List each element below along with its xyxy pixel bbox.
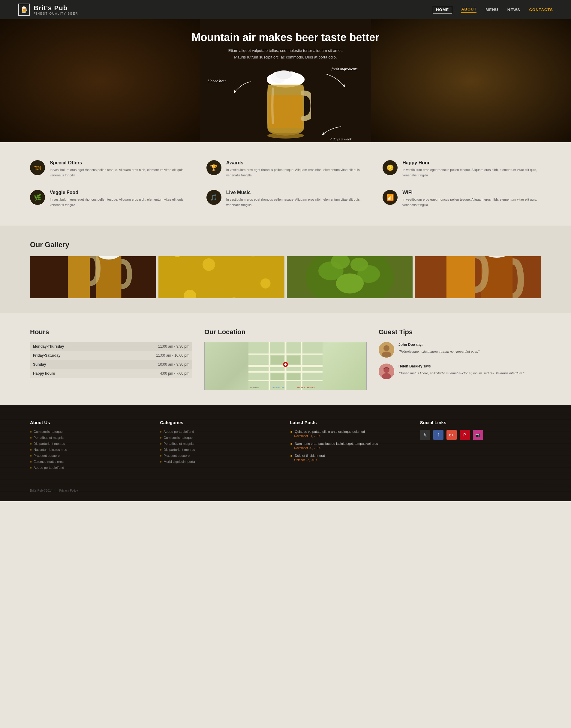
tip-2-content: Helen Barkley says "Donec metus libero, … bbox=[398, 364, 524, 376]
post-3-title[interactable]: ◈ Duis et tincidunt erat bbox=[290, 454, 411, 458]
logo-icon: 🍺 bbox=[18, 4, 30, 16]
footer-posts: Latest Posts ◈ Quisque vulputate elit in… bbox=[290, 420, 411, 472]
happy-hour-icon: 😊 bbox=[382, 160, 397, 175]
list-item[interactable]: Penatibus et magnis bbox=[30, 436, 151, 440]
privacy-policy-link[interactable]: Privacy Policy bbox=[59, 489, 78, 492]
feature-happy-hour: 😊 Happy Hour In vestibulum eros eget rho… bbox=[382, 160, 541, 178]
twitter-button[interactable]: 𝕏 bbox=[420, 430, 430, 440]
feature-awards: 🏆 Awards In vestibulum eros eget rhoncus… bbox=[207, 160, 365, 178]
veggie-food-content: Veggie Food In vestibulum eros eget rhon… bbox=[50, 190, 189, 208]
table-row: Sunday 10:00 am - 9:30 pm bbox=[30, 360, 192, 369]
footer-social-title: Social Links bbox=[420, 420, 541, 425]
list-item[interactable]: Cum sociis natoque bbox=[30, 430, 151, 434]
tip-1-content: John Doe says "Pellentesque nulla magna,… bbox=[398, 342, 479, 354]
arrow-blonde bbox=[230, 80, 254, 95]
wifi-content: WiFi In vestibulum eros eget rhoncus pel… bbox=[403, 190, 541, 208]
svg-point-48 bbox=[383, 345, 389, 351]
list-item[interactable]: Praesent posuere bbox=[160, 454, 281, 458]
john-avatar-svg bbox=[379, 342, 394, 358]
nav-about[interactable]: ABOUT bbox=[461, 7, 476, 13]
site-subtitle: Finest Quality Beer bbox=[34, 12, 78, 15]
hero-subtitle: Etiam aliquet vulputate tellus, sed mole… bbox=[228, 47, 343, 60]
nav-menu[interactable]: MENU bbox=[485, 7, 498, 12]
feature-veggie-food: 🌿 Veggie Food In vestibulum eros eget rh… bbox=[30, 190, 189, 208]
svg-point-3 bbox=[276, 70, 292, 79]
annotation-fresh: fresh ingredients bbox=[332, 67, 358, 72]
svg-point-4 bbox=[267, 133, 304, 138]
arrow-days bbox=[322, 125, 343, 137]
svg-rect-38 bbox=[271, 356, 284, 365]
svg-point-12 bbox=[203, 258, 215, 271]
google-plus-button[interactable]: g+ bbox=[447, 430, 457, 440]
hero-content: Mountain air makes beer taste better Eti… bbox=[0, 19, 571, 142]
list-item[interactable]: Penatibus et magnis bbox=[160, 442, 281, 446]
header: 🍺 Brit's Pub Finest Quality Beer HOME AB… bbox=[0, 0, 571, 19]
footer-categories: Categories Aeque porta eleifend Cum soci… bbox=[160, 420, 281, 472]
gallery-item-2[interactable] bbox=[158, 256, 284, 298]
hours-widget: Hours Monday-Thursday 11:00 am - 9:30 pm… bbox=[30, 328, 192, 390]
facebook-button[interactable]: f bbox=[433, 430, 444, 440]
arrow-fresh bbox=[325, 73, 349, 88]
wifi-icon: 📶 bbox=[382, 190, 397, 205]
svg-rect-6 bbox=[68, 256, 90, 298]
list-item[interactable]: Nascetur ridiculus mus bbox=[30, 448, 151, 452]
post-3-date: October 22, 2014 bbox=[294, 458, 411, 462]
list-item[interactable]: Euismod mattis eros bbox=[30, 460, 151, 463]
footer-categories-list: Aeque porta eleifend Cum sociis natoque … bbox=[160, 430, 281, 463]
gallery-beer1-svg bbox=[30, 256, 156, 298]
post-1-title[interactable]: ◈ Quisque vulputate elit in ante scelequ… bbox=[290, 430, 411, 434]
pinterest-button[interactable]: P bbox=[460, 430, 470, 440]
annotation-blonde: blonde beer bbox=[208, 79, 226, 83]
annotation-days: 7 days a week bbox=[330, 137, 352, 142]
list-item[interactable]: Praesent posuere bbox=[30, 454, 151, 458]
main-nav: HOME ABOUT MENU NEWS CONTACTS bbox=[433, 6, 553, 13]
gallery-hops-svg bbox=[287, 256, 413, 298]
list-item[interactable]: Dis parturient montes bbox=[30, 442, 151, 446]
list-item[interactable]: Morbi dignissim porta bbox=[160, 460, 281, 463]
feature-wifi: 📶 WiFi In vestibulum eros eget rhoncus p… bbox=[382, 190, 541, 208]
table-row: Monday-Thursday 11:00 am - 9:30 pm bbox=[30, 342, 192, 351]
nav-home[interactable]: HOME bbox=[433, 6, 452, 13]
logo-area: 🍺 Brit's Pub Finest Quality Beer bbox=[18, 4, 78, 16]
nav-news[interactable]: NEWS bbox=[507, 7, 520, 12]
special-offers-content: Special Offers In vestibulum eros eget r… bbox=[50, 160, 189, 178]
footer: About Us Cum sociis natoque Penatibus et… bbox=[0, 405, 571, 501]
svg-rect-40 bbox=[271, 373, 284, 380]
footer-brand: Brit's Pub ©2014 bbox=[30, 489, 52, 492]
footer-about: About Us Cum sociis natoque Penatibus et… bbox=[30, 420, 151, 472]
svg-rect-26 bbox=[447, 256, 475, 298]
svg-text:Map Data: Map Data bbox=[250, 386, 259, 389]
happy-hour-content: Happy Hour In vestibulum eros eget rhonc… bbox=[403, 160, 541, 178]
list-item[interactable]: Aeque porta eleifend bbox=[160, 430, 281, 434]
svg-point-22 bbox=[336, 273, 363, 294]
footer-posts-title: Latest Posts bbox=[290, 420, 411, 425]
table-row: Friday-Saturday 11:00 am - 10:00 pm bbox=[30, 351, 192, 360]
svg-rect-39 bbox=[287, 356, 300, 365]
live-music-icon: 🎵 bbox=[207, 190, 221, 205]
post-2-title[interactable]: ◈ Nam nunc erat, faucibus eu lacinia ege… bbox=[290, 442, 411, 446]
special-offers-icon: 🍽 bbox=[30, 160, 45, 175]
map-placeholder[interactable]: Map Data Terms of Use Report a map error bbox=[204, 342, 367, 390]
svg-text:Terms of Use: Terms of Use bbox=[272, 386, 284, 388]
footer-bottom: Brit's Pub ©2014 | Privacy Policy bbox=[30, 484, 541, 492]
list-item[interactable]: Aeque porta eleifend bbox=[30, 466, 151, 469]
gallery-item-3[interactable] bbox=[287, 256, 413, 298]
site-title: Brit's Pub bbox=[34, 4, 78, 12]
list-item[interactable]: Dis parturient montes bbox=[160, 448, 281, 452]
footer-post-1: ◈ Quisque vulputate elit in ante scelequ… bbox=[290, 430, 411, 438]
gallery-grid bbox=[30, 256, 541, 298]
hours-table: Monday-Thursday 11:00 am - 9:30 pm Frida… bbox=[30, 342, 192, 378]
nav-contacts[interactable]: CONTACTS bbox=[529, 7, 553, 12]
footer-post-2: ◈ Nam nunc erat, faucibus eu lacinia ege… bbox=[290, 442, 411, 450]
instagram-button[interactable]: 📷 bbox=[473, 430, 483, 440]
hero-title: Mountain air makes beer taste better bbox=[192, 31, 379, 44]
footer-about-list: Cum sociis natoque Penatibus et magnis D… bbox=[30, 430, 151, 469]
gallery-item-1[interactable] bbox=[30, 256, 156, 298]
svg-rect-10 bbox=[158, 256, 284, 298]
features-section: 🍽 Special Offers In vestibulum eros eget… bbox=[0, 142, 571, 226]
tips-title: Guest Tips bbox=[379, 328, 541, 336]
list-item[interactable]: Cum sociis natoque bbox=[160, 436, 281, 440]
svg-point-24 bbox=[350, 258, 368, 271]
helen-avatar-svg bbox=[379, 364, 394, 379]
gallery-item-4[interactable] bbox=[415, 256, 541, 298]
